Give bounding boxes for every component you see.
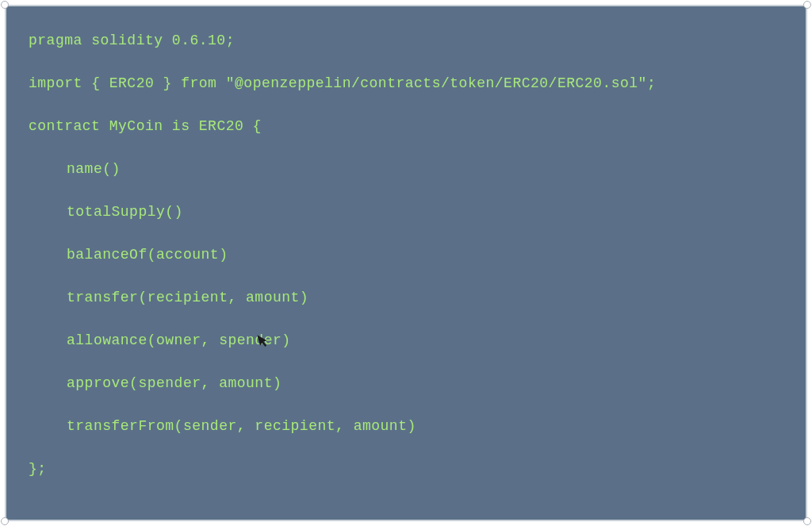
code-line-fn-allowance: allowance(owner, spender) (29, 330, 783, 351)
code-line-fn-totalsupply: totalSupply() (29, 202, 783, 223)
resize-handle-top-left[interactable] (1, 1, 9, 9)
blank-line (29, 394, 783, 416)
keyword-from: from (181, 75, 216, 91)
semicolon: ; (226, 33, 235, 48)
blank-line (29, 137, 783, 159)
fn-call: totalSupply() (67, 204, 183, 220)
code-line-fn-transferfrom: transferFrom(sender, recipient, amount) (29, 416, 783, 437)
code-line-close: }; (29, 459, 783, 480)
contract-close: }; (29, 461, 47, 477)
code-line-fn-transfer: transfer(recipient, amount) (29, 287, 783, 309)
keyword-pragma: pragma (29, 33, 82, 48)
code-line-contract: contract MyCoin is ERC20 { (29, 116, 783, 137)
code-line-fn-name: name() (29, 159, 783, 180)
resize-handle-bottom-right[interactable] (803, 517, 811, 525)
keyword-contract: contract (29, 118, 100, 134)
keyword-import: import (29, 75, 82, 91)
fn-call: name() (67, 161, 121, 177)
resize-handle-top-right[interactable] (803, 1, 811, 9)
fn-call: transfer(recipient, amount) (67, 290, 308, 305)
version-literal: 0.6.10 (172, 33, 226, 48)
keyword-solidity: solidity (91, 33, 163, 48)
brace-open: { (253, 118, 262, 134)
blank-line (29, 180, 783, 202)
semicolon: ; (647, 75, 656, 91)
blank-line (29, 309, 783, 330)
fn-call: balanceOf(account) (67, 247, 228, 263)
code-line-fn-approve: approve(spender, amount) (29, 373, 783, 394)
resize-handle-bottom-left[interactable] (1, 517, 9, 525)
blank-line (29, 94, 783, 116)
import-symbol: ERC20 (109, 75, 155, 91)
blank-line (29, 437, 783, 459)
code-line-pragma: pragma solidity 0.6.10; (29, 30, 783, 52)
contract-name: MyCoin (109, 118, 163, 134)
fn-call: approve(spender, amount) (67, 375, 282, 391)
import-path: "@openzeppelin/contracts/token/ERC20/ERC… (226, 75, 647, 91)
code-editor-frame: pragma solidity 0.6.10; import { ERC20 }… (5, 5, 807, 521)
code-line-fn-balanceof: balanceOf(account) (29, 244, 783, 266)
fn-call: allowance(owner, spender) (67, 332, 291, 348)
brace-close: } (163, 75, 172, 91)
code-line-import: import { ERC20 } from "@openzeppelin/con… (29, 73, 783, 94)
fn-call: transferFrom(sender, recipient, amount) (67, 418, 416, 434)
blank-line (29, 266, 783, 287)
blank-line (29, 223, 783, 244)
keyword-is: is (172, 118, 190, 134)
brace-open: { (91, 75, 100, 91)
blank-line (29, 52, 783, 73)
blank-line (29, 351, 783, 373)
base-contract: ERC20 (199, 118, 244, 134)
